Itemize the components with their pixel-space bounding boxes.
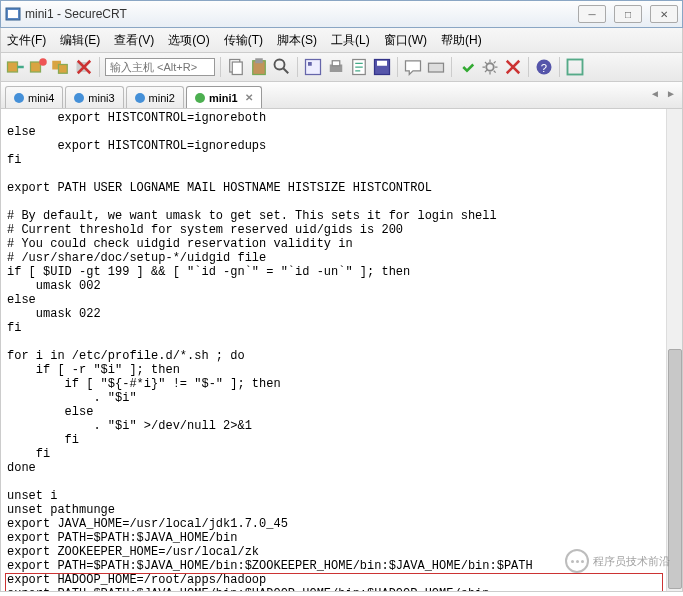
separator [99,57,100,77]
tab-mini1[interactable]: mini1✕ [186,86,262,108]
svg-rect-11 [255,58,263,63]
separator [397,57,398,77]
window-controls: ─ □ ✕ [578,5,678,23]
close-button[interactable]: ✕ [650,5,678,23]
quick-connect-icon[interactable] [28,57,48,77]
properties-icon[interactable] [303,57,323,77]
menu-edit[interactable]: 编辑(E) [60,32,100,49]
svg-rect-16 [332,61,340,66]
send-ready-icon[interactable] [457,57,477,77]
toolbar: ? [0,52,683,82]
status-dot-icon [195,93,205,103]
cancel-all-icon[interactable] [503,57,523,77]
tab-mini2[interactable]: mini2 [126,86,184,108]
fullscreen-icon[interactable] [565,57,585,77]
tab-mini4[interactable]: mini4 [5,86,63,108]
separator [559,57,560,77]
app-icon [5,6,21,22]
tab-label: mini4 [28,92,54,104]
tab-label: mini2 [149,92,175,104]
tab-connect-icon[interactable] [51,57,71,77]
window-title: mini1 - SecureCRT [25,7,578,21]
status-dot-icon [135,93,145,103]
watermark: 程序员技术前沿 [565,549,670,573]
status-dot-icon [74,93,84,103]
menu-window[interactable]: 窗口(W) [384,32,427,49]
svg-rect-2 [8,62,18,72]
svg-point-4 [39,58,47,66]
svg-rect-1 [8,10,18,18]
maximize-button[interactable]: □ [614,5,642,23]
host-input[interactable] [105,58,215,76]
watermark-text: 程序员技术前沿 [593,554,670,568]
svg-rect-6 [59,65,68,74]
svg-rect-3 [31,62,41,72]
menu-transfer[interactable]: 传输(T) [224,32,263,49]
copy-icon[interactable] [226,57,246,77]
find-icon[interactable] [272,57,292,77]
svg-text:?: ? [541,62,547,74]
svg-rect-14 [308,62,312,66]
separator [451,57,452,77]
disconnect-icon[interactable] [74,57,94,77]
menu-help[interactable]: 帮助(H) [441,32,482,49]
svg-rect-20 [429,63,444,72]
tabbar: mini4 mini3 mini2 mini1✕ ◄ ► [0,82,683,108]
terminal[interactable]: export HISTCONTROL=ignoreboth else expor… [0,108,683,592]
svg-rect-9 [232,62,242,75]
connect-icon[interactable] [5,57,25,77]
chat-icon[interactable] [403,57,423,77]
status-dot-icon [14,93,24,103]
print-icon[interactable] [326,57,346,77]
menu-options[interactable]: 选项(O) [168,32,209,49]
separator [220,57,221,77]
menu-view[interactable]: 查看(V) [114,32,154,49]
tab-prev-icon[interactable]: ◄ [648,86,662,100]
menubar: 文件(F) 编辑(E) 查看(V) 选项(O) 传输(T) 脚本(S) 工具(L… [0,28,683,52]
svg-point-12 [275,60,285,70]
minimize-button[interactable]: ─ [578,5,606,23]
svg-rect-13 [306,60,321,75]
menu-file[interactable]: 文件(F) [7,32,46,49]
gear-icon[interactable] [480,57,500,77]
close-tab-icon[interactable]: ✕ [245,92,253,103]
tab-label: mini1 [209,92,238,104]
separator [297,57,298,77]
tab-nav: ◄ ► [648,86,678,100]
menu-tools[interactable]: 工具(L) [331,32,370,49]
paste-icon[interactable] [249,57,269,77]
separator [528,57,529,77]
log-icon[interactable] [349,57,369,77]
watermark-icon [565,549,589,573]
scroll-thumb[interactable] [668,349,682,589]
tab-label: mini3 [88,92,114,104]
titlebar: mini1 - SecureCRT ─ □ ✕ [0,0,683,28]
keymap-icon[interactable] [426,57,446,77]
svg-point-21 [486,63,494,71]
tab-mini3[interactable]: mini3 [65,86,123,108]
menu-script[interactable]: 脚本(S) [277,32,317,49]
scrollbar[interactable] [666,109,682,591]
save-icon[interactable] [372,57,392,77]
terminal-content: export HISTCONTROL=ignoreboth else expor… [1,109,682,592]
help-icon[interactable]: ? [534,57,554,77]
tab-next-icon[interactable]: ► [664,86,678,100]
svg-rect-19 [377,61,387,66]
svg-rect-24 [568,60,583,75]
